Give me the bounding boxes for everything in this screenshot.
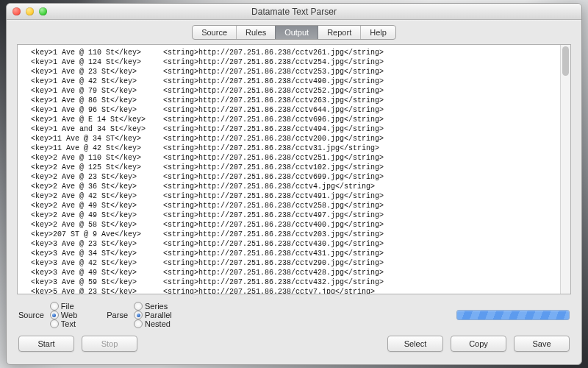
radio-icon: [50, 302, 59, 311]
radio-icon: [50, 319, 59, 328]
tab-help[interactable]: Help: [361, 26, 395, 39]
output-panel: <key>1 Ave @ 110 St</key> <string>http:/…: [17, 44, 571, 294]
source-option-label: File: [61, 302, 74, 311]
progress-bar: [456, 310, 570, 320]
source-option-label: Web: [61, 311, 77, 319]
radio-icon: [134, 302, 143, 311]
source-option-label: Text: [61, 319, 76, 328]
copy-button[interactable]: Copy: [451, 336, 506, 352]
zoom-icon[interactable]: [39, 7, 47, 15]
source-option-web[interactable]: Web: [50, 311, 77, 319]
source-option-file[interactable]: File: [50, 302, 77, 311]
parse-option-label: Series: [145, 302, 168, 311]
output-text[interactable]: <key>1 Ave @ 110 St</key> <string>http:/…: [18, 45, 560, 294]
parse-option-parallel[interactable]: Parallel: [134, 311, 172, 319]
traffic-lights: [12, 7, 47, 15]
parse-label: Parse: [107, 311, 128, 319]
tab-output[interactable]: Output: [275, 26, 318, 39]
options-row: Source FileWebText Parse SeriesParallelN…: [17, 294, 571, 331]
radio-icon: [50, 311, 59, 319]
save-button[interactable]: Save: [514, 336, 570, 352]
tab-source[interactable]: Source: [193, 26, 237, 39]
parse-option-nested[interactable]: Nested: [134, 319, 172, 328]
tab-bar: SourceRulesOutputReportHelp: [7, 21, 581, 40]
button-row: Start Stop Select Copy Save: [17, 331, 571, 353]
titlebar[interactable]: Datamate Text Parser: [7, 4, 581, 20]
tab-rules[interactable]: Rules: [237, 26, 276, 39]
scrollbar-vertical[interactable]: [560, 45, 571, 294]
source-label: Source: [18, 311, 44, 319]
minimize-icon[interactable]: [26, 7, 34, 15]
tab-report[interactable]: Report: [318, 26, 361, 39]
parse-option-series[interactable]: Series: [134, 302, 172, 311]
window-title: Datamate Text Parser: [7, 7, 581, 17]
source-option-text[interactable]: Text: [50, 319, 77, 328]
radio-icon: [134, 311, 143, 319]
content-area: <key>1 Ave @ 110 St</key> <string>http:/…: [7, 40, 581, 364]
stop-button[interactable]: Stop: [82, 336, 137, 352]
app-window: Datamate Text Parser SourceRulesOutputRe…: [6, 3, 582, 365]
select-button[interactable]: Select: [387, 336, 443, 352]
parse-option-label: Nested: [145, 319, 171, 328]
radio-icon: [134, 319, 143, 328]
parse-option-label: Parallel: [145, 311, 172, 319]
close-icon[interactable]: [12, 7, 21, 15]
start-button[interactable]: Start: [18, 336, 74, 352]
scroll-thumb[interactable]: [562, 46, 569, 76]
